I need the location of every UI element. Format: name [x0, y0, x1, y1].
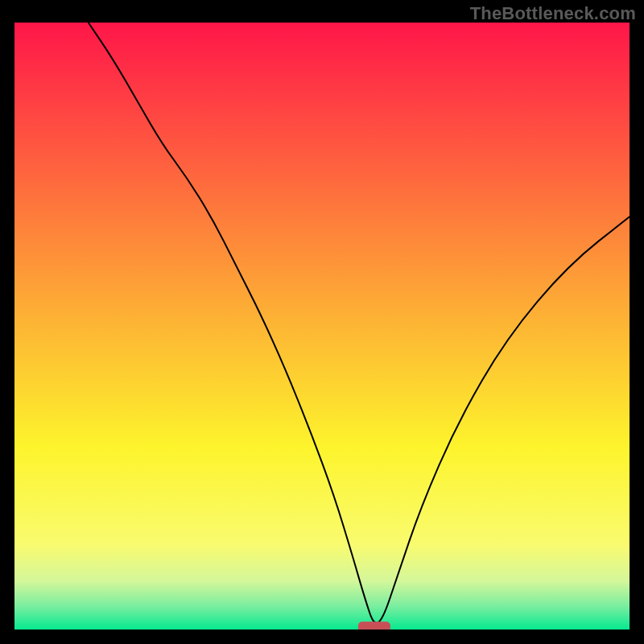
bottleneck-plot-svg: [14, 23, 630, 630]
gradient-background: [14, 23, 630, 630]
chart-frame: TheBottleneck.com: [0, 0, 644, 644]
watermark-text: TheBottleneck.com: [470, 3, 636, 24]
optimal-marker: [358, 621, 390, 630]
plot-area: [14, 23, 630, 630]
